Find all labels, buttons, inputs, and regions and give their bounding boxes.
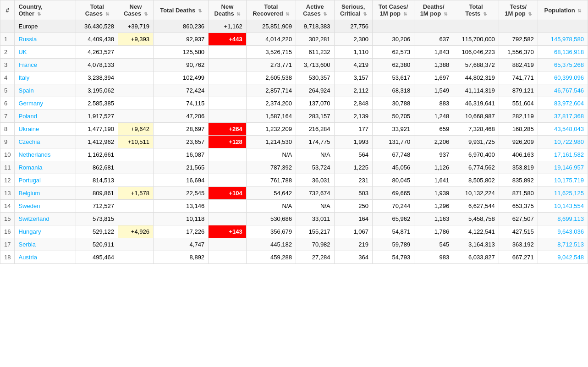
country-name[interactable]: Russia: [15, 33, 76, 46]
tests-pop: 741,771: [499, 71, 538, 84]
col-header-num[interactable]: #: [0, 0, 15, 20]
deaths-pop: 1,388: [414, 59, 453, 71]
deaths-pop: 983: [414, 251, 453, 264]
total-recovered: 445,182: [246, 238, 296, 251]
total-recovered: 1,214,530: [246, 136, 296, 148]
total-tests: 3,164,313: [453, 238, 499, 251]
new-cases: [118, 251, 154, 264]
table-row: 16Hungary529,122+4,92617,226+143356,6791…: [0, 225, 588, 238]
col-header-country[interactable]: Country,Other ⇅: [15, 0, 76, 20]
col-header-tot-cases-pop[interactable]: Tot Cases/1M pop ⇅: [372, 0, 414, 20]
total-cases: 1,477,190: [76, 123, 118, 136]
new-deaths: [209, 161, 247, 174]
col-header-total-deaths[interactable]: Total Deaths ⇅: [153, 0, 208, 20]
total-recovered: N/A: [246, 200, 296, 213]
deaths-pop: 659: [414, 123, 453, 136]
total-deaths: 23,657: [153, 136, 208, 148]
serious-critical: 1,993: [334, 136, 372, 148]
country-name[interactable]: Ukraine: [15, 123, 76, 136]
col-header-active-cases[interactable]: ActiveCases ⇅: [296, 0, 335, 20]
country-name[interactable]: Serbia: [15, 238, 76, 251]
country-name[interactable]: Czechia: [15, 136, 76, 148]
active-cases: 155,217: [296, 225, 335, 238]
country-name[interactable]: Belgium: [15, 187, 76, 200]
total-tests: 10,668,987: [453, 110, 499, 123]
col-header-deaths-pop[interactable]: Deaths/1M pop ⇅: [414, 0, 453, 20]
col-header-new-deaths[interactable]: NewDeaths ⇅: [209, 0, 247, 20]
serious-critical: 2,300: [334, 33, 372, 46]
country-name[interactable]: Hungary: [15, 225, 76, 238]
tot-cases-pop: 62,573: [372, 46, 414, 59]
total-deaths: 17,226: [153, 225, 208, 238]
population: 37,817,368: [538, 110, 588, 123]
new-cases: [118, 84, 154, 97]
serious-critical: 2,848: [334, 97, 372, 110]
active-cases: 3,713,600: [296, 59, 335, 71]
country-name[interactable]: Spain: [15, 84, 76, 97]
serious-critical: 250: [334, 200, 372, 213]
row-num: 8: [0, 123, 15, 136]
country-name[interactable]: Germany: [15, 97, 76, 110]
new-deaths: +104: [209, 187, 247, 200]
tests-pop: 1,556,370: [499, 46, 538, 59]
total-cases: 529,122: [76, 225, 118, 238]
col-header-serious-critical[interactable]: Serious,Critical ⇅: [334, 0, 372, 20]
population: 145,978,580: [538, 33, 588, 46]
total-deaths: 74,115: [153, 97, 208, 110]
sort-icon-tests-pop: ⇅: [528, 11, 532, 16]
tests-pop: 835,892: [499, 174, 538, 187]
country-name[interactable]: Sweden: [15, 200, 76, 213]
table-row: 8Ukraine1,477,190+9,64228,697+2641,232,2…: [0, 123, 588, 136]
col-header-total-tests[interactable]: TotalTests ⇅: [453, 0, 499, 20]
country-name[interactable]: Switzerland: [15, 213, 76, 225]
table-row: 12Portugal814,51316,694761,78836,0312318…: [0, 174, 588, 187]
deaths-pop: 1,549: [414, 84, 453, 97]
country-name[interactable]: Romania: [15, 161, 76, 174]
total-recovered: 356,679: [246, 225, 296, 238]
new-deaths: [209, 59, 247, 71]
tot-cases-pop: 68,318: [372, 84, 414, 97]
serious-critical: 503: [334, 187, 372, 200]
serious-critical: 1,225: [334, 161, 372, 174]
country-name[interactable]: France: [15, 59, 76, 71]
deaths-pop: 937: [414, 148, 453, 161]
total-recovered: 2,605,538: [246, 71, 296, 84]
country-name[interactable]: Portugal: [15, 174, 76, 187]
population: 10,143,554: [538, 200, 588, 213]
population: 60,399,096: [538, 71, 588, 84]
tests-pop: 353,819: [499, 161, 538, 174]
total-deaths: 16,087: [153, 148, 208, 161]
active-cases: N/A: [296, 148, 335, 161]
row-num: 14: [0, 200, 15, 213]
col-header-total-recovered[interactable]: TotalRecovered ⇅: [246, 0, 296, 20]
col-header-tests-pop[interactable]: Tests/1M pop ⇅: [499, 0, 538, 20]
country-name[interactable]: Italy: [15, 71, 76, 84]
row-num: 3: [0, 59, 15, 71]
tests-pop: 168,285: [499, 123, 538, 136]
table-row: 13Belgium809,861+1,57822,545+10454,64273…: [0, 187, 588, 200]
total-recovered: 3,526,715: [246, 46, 296, 59]
sort-icon-total-deaths: ⇅: [198, 8, 202, 13]
col-header-new-cases[interactable]: NewCases ⇅: [118, 0, 154, 20]
total-deaths: 102,499: [153, 71, 208, 84]
col-header-total-cases[interactable]: TotalCases ⇅: [76, 0, 118, 20]
europe-total-cases: 36,430,528: [76, 20, 118, 33]
serious-critical: 219: [334, 238, 372, 251]
tot-cases-pop: 53,617: [372, 71, 414, 84]
country-name[interactable]: Poland: [15, 110, 76, 123]
new-cases: [118, 200, 154, 213]
serious-critical: 1,110: [334, 46, 372, 59]
country-name[interactable]: UK: [15, 46, 76, 59]
tests-pop: 871,580: [499, 187, 538, 200]
new-cases: [118, 148, 154, 161]
new-deaths: [209, 200, 247, 213]
new-cases: [118, 238, 154, 251]
active-cases: 530,357: [296, 71, 335, 84]
col-header-population[interactable]: Population ⇅: [538, 0, 588, 20]
total-deaths: 47,206: [153, 110, 208, 123]
country-name[interactable]: Netherlands: [15, 148, 76, 161]
new-deaths: [209, 148, 247, 161]
country-name[interactable]: Austria: [15, 251, 76, 264]
europe-tot-cases-pop: [372, 20, 414, 33]
active-cases: 611,232: [296, 46, 335, 59]
